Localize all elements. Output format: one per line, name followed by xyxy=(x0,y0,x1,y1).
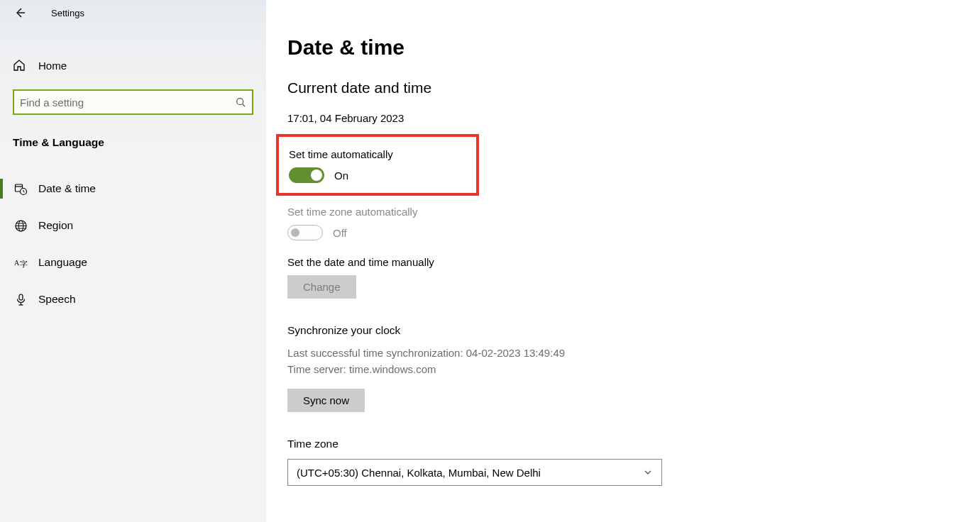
sync-info: Last successful time synchronization: 04… xyxy=(287,345,980,377)
current-heading: Current date and time xyxy=(287,79,980,96)
timezone-label: Time zone xyxy=(287,438,980,450)
sync-block: Synchronize your clock Last successful t… xyxy=(287,324,980,412)
svg-point-1 xyxy=(237,98,243,104)
nav-label: Language xyxy=(38,256,87,269)
chevron-down-icon xyxy=(643,467,653,477)
set-time-auto-label: Set time automatically xyxy=(289,148,466,160)
set-tz-auto-block: Set time zone automatically Off xyxy=(287,206,980,240)
set-tz-auto-state: Off xyxy=(333,227,347,239)
home-icon xyxy=(13,59,28,72)
svg-text:字: 字 xyxy=(20,260,28,268)
change-button: Change xyxy=(287,275,356,299)
language-icon: A字 xyxy=(13,255,28,270)
timezone-block: Time zone (UTC+05:30) Chennai, Kolkata, … xyxy=(287,438,980,486)
set-tz-auto-control: Off xyxy=(287,225,980,240)
globe-icon xyxy=(13,218,28,233)
set-time-auto-control: On xyxy=(289,167,466,183)
main-content: Date & time Current date and time 17:01,… xyxy=(266,0,980,522)
set-manual-block: Set the date and time manually Change xyxy=(287,256,980,299)
search-icon xyxy=(236,97,246,108)
home-link[interactable]: Home xyxy=(0,48,266,82)
nav-item-language[interactable]: A字 Language xyxy=(0,244,266,281)
nav-item-date-time[interactable]: Date & time xyxy=(0,170,266,207)
page-title: Date & time xyxy=(287,35,980,60)
svg-text:A: A xyxy=(14,259,20,267)
home-label: Home xyxy=(38,60,67,72)
set-time-auto-toggle[interactable] xyxy=(289,167,324,183)
nav-list: Date & time Region A字 Language Speech xyxy=(0,170,266,318)
nav-item-region[interactable]: Region xyxy=(0,207,266,244)
category-title: Time & Language xyxy=(13,136,266,149)
svg-rect-13 xyxy=(19,294,23,300)
set-tz-auto-label: Set time zone automatically xyxy=(287,206,980,218)
sidebar: Settings Home Time & Language Date & tim… xyxy=(0,0,266,522)
nav-label: Speech xyxy=(38,293,76,306)
set-time-auto-state: On xyxy=(334,170,348,182)
sync-now-button[interactable]: Sync now xyxy=(287,389,365,412)
app-title: Settings xyxy=(51,8,84,18)
set-manual-label: Set the date and time manually xyxy=(287,256,980,268)
calendar-clock-icon xyxy=(13,181,28,196)
header-row: Settings xyxy=(0,0,266,26)
sync-server: Time server: time.windows.com xyxy=(287,362,980,378)
set-tz-auto-toggle xyxy=(287,225,323,240)
nav-item-speech[interactable]: Speech xyxy=(0,281,266,318)
microphone-icon xyxy=(13,291,28,307)
timezone-selected: (UTC+05:30) Chennai, Kolkata, Mumbai, Ne… xyxy=(297,467,541,479)
timezone-select[interactable]: (UTC+05:30) Chennai, Kolkata, Mumbai, Ne… xyxy=(287,459,662,486)
highlight-set-time-auto: Set time automatically On xyxy=(276,134,479,196)
nav-label: Date & time xyxy=(38,182,96,195)
current-datetime: 17:01, 04 February 2023 xyxy=(287,112,980,124)
search-input[interactable] xyxy=(20,96,236,109)
nav-label: Region xyxy=(38,219,73,232)
sync-last: Last successful time synchronization: 04… xyxy=(287,345,980,362)
back-icon[interactable] xyxy=(10,3,30,23)
search-box[interactable] xyxy=(13,89,253,115)
svg-line-2 xyxy=(243,104,246,106)
sync-heading: Synchronize your clock xyxy=(287,324,980,337)
